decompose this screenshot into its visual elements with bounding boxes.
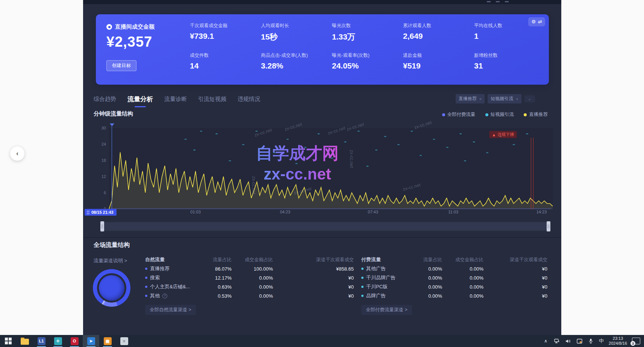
app-glyph: ➤ xyxy=(87,337,95,345)
cell-gmv-share: 0.00% xyxy=(232,293,273,299)
window-controls[interactable] xyxy=(487,1,509,2)
desktop: ‹ 直播间成交金额 ¥2,357 创建目标 ⚙ ⇄ 千次观看成交金额¥739.1… xyxy=(0,0,644,347)
series-video-scatter-point xyxy=(295,163,298,164)
row-name: 品牌广告 xyxy=(361,292,414,299)
tab-流量分析[interactable]: 流量分析 xyxy=(127,95,153,107)
metric-8: 退款金额¥519 xyxy=(403,52,474,79)
filter-tag-直播推荐[interactable]: 直播推荐× xyxy=(456,94,485,103)
series-video-scatter-point xyxy=(318,133,320,134)
metric-value: 24.05% xyxy=(332,61,403,70)
metric-value: 14 xyxy=(190,61,261,70)
tray-chevron-up-icon[interactable]: ∧ xyxy=(542,338,549,344)
cell-gmv-share: 0.00% xyxy=(442,266,483,272)
notepad-icon[interactable]: ≡ xyxy=(116,335,132,347)
warning-icon: ▲ xyxy=(492,132,496,137)
speaker-icon[interactable] xyxy=(565,338,571,344)
window-titlebar xyxy=(83,0,561,4)
folder-icon xyxy=(21,339,29,345)
notification-center-icon[interactable]: 3 xyxy=(632,338,640,344)
chevron-left-icon: ‹ xyxy=(16,150,18,157)
cell-traffic-share: 86.07% xyxy=(202,266,232,272)
cell-per-mille: ¥0 xyxy=(483,284,547,290)
column-header: 渠道千次观看成交 xyxy=(483,257,547,263)
tab-引流短视频[interactable]: 引流短视频 xyxy=(198,96,226,106)
legend-dot-icon xyxy=(442,113,445,116)
channel-explain-link[interactable]: 流量渠道说明 > xyxy=(94,257,127,264)
tab-流量诊断[interactable]: 流量诊断 xyxy=(164,96,187,106)
microphone-icon[interactable] xyxy=(588,338,594,344)
close-icon[interactable]: × xyxy=(516,97,518,101)
metric-label: 人均观看时长 xyxy=(261,23,332,29)
windows-logo-icon xyxy=(5,338,12,344)
row-label: 其他 xyxy=(150,292,160,299)
app-teal-icon[interactable]: ✛ xyxy=(50,335,66,347)
cursor-line xyxy=(112,125,112,209)
tab-违规情况[interactable]: 违规情况 xyxy=(238,96,260,106)
back-button[interactable]: ‹ xyxy=(10,146,24,161)
cell-gmv-share: 0.00% xyxy=(442,275,483,281)
network-icon[interactable] xyxy=(554,338,560,344)
legend-直播推荐[interactable]: 直播推荐 xyxy=(524,111,548,118)
file-explorer-icon[interactable] xyxy=(17,335,33,347)
table-footer-link[interactable]: 全部付费流量渠道 > xyxy=(361,305,412,315)
info-icon[interactable]: ? xyxy=(162,294,167,298)
banner-title: 直播间成交金额 xyxy=(115,23,155,30)
row-name: 其他? xyxy=(145,292,202,299)
chart-legend: 全部付费流量短视频引流直播推荐 xyxy=(442,111,548,118)
filter-tag-短视频引流[interactable]: 短视频引流× xyxy=(488,94,521,103)
row-name: 千川PC版 xyxy=(361,283,414,290)
slider-handle-left[interactable] xyxy=(100,221,104,231)
row-name: 千川品牌广告 xyxy=(361,274,414,281)
minute-chart-plot[interactable]: ▲ 违规下播 0612182430 xyxy=(109,128,553,209)
legend-短视频引流[interactable]: 短视频引流 xyxy=(485,111,514,118)
app-l1-icon[interactable]: L1 xyxy=(33,335,50,347)
app-arrow-icon[interactable]: ➤ xyxy=(83,335,99,347)
snip-tool-icon[interactable] xyxy=(576,338,583,344)
series-video-scatter-point xyxy=(486,152,488,154)
series-video-scatter-point xyxy=(513,144,515,145)
close-icon[interactable]: × xyxy=(479,97,482,101)
metric-value: 1 xyxy=(474,32,545,41)
column-header: 渠道千次观看成交 xyxy=(273,257,354,263)
metric-6: 商品点击-成交率(人数)3.28% xyxy=(261,52,332,79)
row-name: 个人主页&店铺&... xyxy=(145,283,202,290)
row-dot-icon xyxy=(361,277,364,279)
cell-gmv-share: 100.00% xyxy=(232,266,273,272)
app-opera-icon[interactable]: O xyxy=(66,335,83,347)
legend-全部付费流量[interactable]: 全部付费流量 xyxy=(442,111,476,118)
traffic-donut-chart xyxy=(93,269,130,307)
ime-indicator[interactable]: 中 xyxy=(599,338,604,344)
clock[interactable]: 23:13 2024/8/16 xyxy=(609,336,627,346)
live-dashboard-window: 直播间成交金额 ¥2,357 创建目标 ⚙ ⇄ 千次观看成交金额¥739.1人均… xyxy=(83,0,561,335)
metric-label: 成交件数 xyxy=(190,52,261,59)
metric-7: 曝光-观看率(次数)24.05% xyxy=(332,52,403,79)
create-goal-button[interactable]: 创建目标 xyxy=(106,60,136,71)
metric-label: 退款金额 xyxy=(403,52,474,59)
chevron-down-icon[interactable]: ⌄ xyxy=(524,95,535,102)
offline-marker-line xyxy=(533,138,533,209)
start-button[interactable] xyxy=(0,335,17,347)
metric-label: 平均在线人数 xyxy=(474,23,545,29)
kpi-banner: 直播间成交金额 ¥2,357 创建目标 ⚙ ⇄ 千次观看成交金额¥739.1人均… xyxy=(96,14,549,85)
metric-value: 1.33万 xyxy=(332,32,403,42)
cell-traffic-share: 12.17% xyxy=(202,275,232,281)
y-tick-24: 24 xyxy=(95,142,106,146)
cell-traffic-share: 0.63% xyxy=(202,284,232,290)
row-label: 个人主页&店铺&... xyxy=(150,283,190,290)
column-header-name: 付费流量 xyxy=(361,256,414,263)
table-footer-link[interactable]: 全部自然流量渠道 > xyxy=(145,305,196,315)
cursor-time-label: 08/15 21:43 xyxy=(91,210,114,215)
offline-marker-label: 违规下播 xyxy=(497,132,514,137)
app-glyph: O xyxy=(71,337,79,345)
series-video-scatter-point xyxy=(273,152,276,154)
metric-1: 人均观看时长15秒 xyxy=(261,23,332,49)
row-dot-icon xyxy=(145,286,147,288)
slider-handle-right[interactable] xyxy=(547,221,550,231)
minute-chart-svg xyxy=(109,128,553,209)
clock-date: 2024/8/16 xyxy=(609,341,627,346)
y-tick-12: 12 xyxy=(95,174,106,179)
app-orange-icon[interactable]: ▣ xyxy=(99,335,116,347)
range-slider[interactable] xyxy=(100,222,550,231)
tab-综合趋势[interactable]: 综合趋势 xyxy=(94,96,116,106)
clock-time: 23:13 xyxy=(609,336,627,341)
